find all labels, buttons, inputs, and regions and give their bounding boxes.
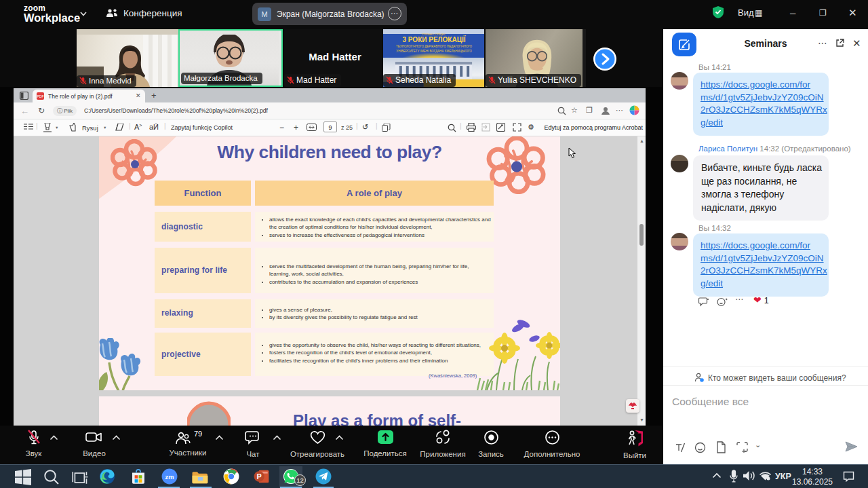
svg-text:P: P <box>257 472 262 481</box>
svg-text:PDF: PDF <box>37 94 44 98</box>
svg-text:zm: zm <box>165 474 174 481</box>
